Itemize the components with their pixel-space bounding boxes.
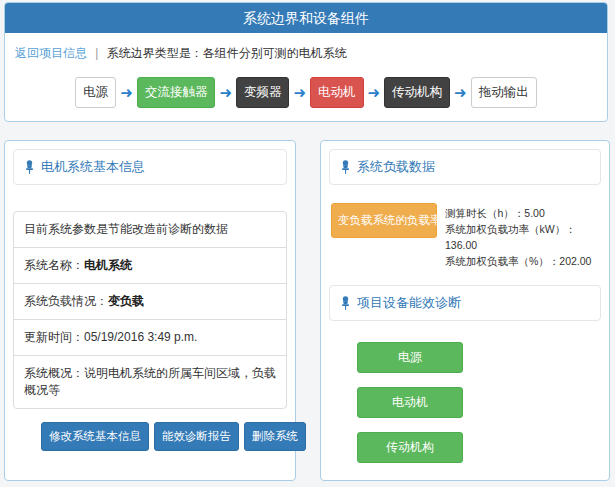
- motor-info-header-label: 电机系统基本信息: [41, 158, 145, 176]
- load-data-header-label: 系统负载数据: [357, 158, 435, 176]
- system-info-list: 目前系统参数是节能改造前诊断的数据 系统名称：电机系统 系统负载情况：变负载 更…: [13, 211, 287, 409]
- device-diagnosis-buttons: 电源 电动机 传动机构: [321, 329, 587, 463]
- delete-system-button[interactable]: 删除系统: [244, 422, 306, 451]
- load-stats: 测算时长（h）：5.00 系统加权负载功率（kW）：136.00 系统加权负载率…: [445, 203, 599, 269]
- arrow-right-icon: ➜: [454, 85, 467, 100]
- device-power-button[interactable]: 电源: [357, 342, 463, 373]
- component-flow-diagram: 电源 ➜ 交流接触器 ➜ 变频器 ➜ 电动机 ➜ 传动机构 ➜ 拖动输出: [5, 77, 607, 108]
- motor-system-info-panel: 电机系统基本信息 目前系统参数是节能改造前诊断的数据 系统名称：电机系统 系统负…: [4, 140, 296, 481]
- list-item-update-time: 更新时间：05/19/2016 3:49 p.m.: [13, 319, 287, 356]
- device-motor-button[interactable]: 电动机: [357, 387, 463, 418]
- efficiency-report-button[interactable]: 能效诊断报告: [154, 422, 239, 451]
- list-item-load-condition: 系统负载情况：变负载: [13, 283, 287, 320]
- load-rate-section: 变负载系统的负载率 测算时长（h）：5.00 系统加权负载功率（kW）：136.…: [321, 203, 609, 269]
- flow-step-ac-contactor[interactable]: 交流接触器: [137, 77, 216, 108]
- list-item-system-overview: 系统概况：说明电机系统的所属车间区域，负载概况等: [13, 355, 287, 409]
- flow-step-motor[interactable]: 电动机: [310, 77, 364, 108]
- pushpin-icon: [340, 296, 351, 310]
- list-item-system-name: 系统名称：电机系统: [13, 247, 287, 284]
- flow-step-power[interactable]: 电源: [75, 77, 116, 108]
- system-actions: 修改系统基本信息 能效诊断报告 删除系统: [41, 422, 295, 451]
- arrow-right-icon: ➜: [120, 85, 133, 100]
- variable-load-rate-button[interactable]: 变负载系统的负载率: [331, 203, 437, 238]
- device-diagnosis-header: 项目设备能效诊断: [329, 285, 601, 321]
- device-diagnosis-header-label: 项目设备能效诊断: [357, 294, 461, 312]
- stat-measure-duration: 测算时长（h）：5.00: [445, 205, 599, 221]
- system-load-panel: 系统负载数据 变负载系统的负载率 测算时长（h）：5.00 系统加权负载功率（k…: [320, 140, 610, 481]
- arrow-right-icon: ➜: [368, 85, 381, 100]
- device-transmission-button[interactable]: 传动机构: [357, 432, 463, 463]
- edit-system-info-button[interactable]: 修改系统基本信息: [41, 422, 149, 451]
- stat-weighted-load-rate: 系统加权负载率（%）：202.00: [445, 253, 599, 269]
- boundary-type-text: 系统边界类型是：各组件分别可测的电机系统: [107, 46, 347, 60]
- motor-info-header: 电机系统基本信息: [13, 149, 287, 185]
- pushpin-icon: [340, 160, 351, 174]
- arrow-right-icon: ➜: [219, 85, 232, 100]
- flow-step-transmission[interactable]: 传动机构: [384, 77, 450, 108]
- system-boundary-panel: 系统边界和设备组件 返回项目信息 | 系统边界类型是：各组件分别可测的电机系统 …: [4, 2, 608, 122]
- list-item-note: 目前系统参数是节能改造前诊断的数据: [13, 211, 287, 248]
- back-to-project-link[interactable]: 返回项目信息: [15, 46, 87, 60]
- flow-step-drive-output[interactable]: 拖动输出: [471, 77, 537, 108]
- breadcrumb: 返回项目信息 | 系统边界类型是：各组件分别可测的电机系统: [5, 33, 607, 62]
- page-title: 系统边界和设备组件: [5, 3, 607, 33]
- load-data-header: 系统负载数据: [329, 149, 601, 185]
- pushpin-icon: [24, 160, 35, 174]
- arrow-right-icon: ➜: [293, 85, 306, 100]
- stat-weighted-load-power: 系统加权负载功率（kW）：136.00: [445, 221, 599, 253]
- flow-step-frequency-converter[interactable]: 变频器: [236, 77, 290, 108]
- system-boundary-body: 返回项目信息 | 系统边界类型是：各组件分别可测的电机系统 电源 ➜ 交流接触器…: [5, 33, 607, 108]
- breadcrumb-separator: |: [95, 46, 98, 60]
